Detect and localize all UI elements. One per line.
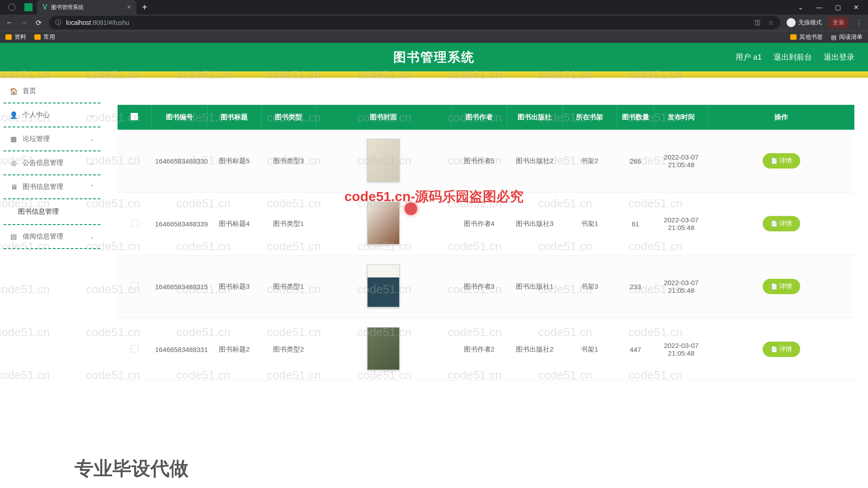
detail-button[interactable]: 详情 (763, 342, 800, 357)
th-op: 操作 (708, 105, 854, 130)
th-title: 图书标题 (207, 105, 261, 130)
notice-icon: ◎ (10, 160, 17, 167)
app-icon (24, 3, 33, 11)
nav-bar: ← → ⟳ ⓘ localhost:8081/#/tushu ⚿ ☆ 无痕模式 … (0, 14, 868, 31)
sidebar-item-book[interactable]: 🖥 图书信息管理 ⌃ (0, 177, 104, 197)
url-host: localhost (66, 19, 91, 26)
table-header-row: 图书编号 图书标题 图书类型 图书封面 图书作者 图书出版社 所在书架 图书数量… (118, 105, 854, 130)
more-menu-icon[interactable]: ⋮ (855, 19, 863, 27)
incognito-indicator: 无痕模式 (787, 18, 822, 27)
chevron-up-icon: ⌃ (90, 184, 94, 190)
minimize-icon[interactable]: ― (816, 4, 822, 11)
sidebar-item-forum[interactable]: ▦ 论坛管理 ⌄ (0, 129, 104, 149)
bookmark-bar: 资料 常用 其他书签 ▤阅读清单 (0, 31, 868, 43)
cell-title: 图书标题4 (207, 192, 261, 255)
table-row: 16466583488315 图书标题3 图书类型1 图书作者3 图书出版社1 … (118, 255, 854, 318)
bookmark-folder[interactable]: 资料 (5, 33, 26, 41)
reload-button[interactable]: ⟳ (34, 19, 42, 27)
row-checkbox[interactable] (131, 282, 138, 290)
sidebar-subitem-book-info[interactable]: 图书信息管理 (0, 201, 104, 222)
incognito-label: 无痕模式 (798, 19, 822, 27)
app-header: 图书管理系统 用户 a1 退出到前台 退出登录 (0, 43, 868, 71)
folder-icon (34, 34, 41, 40)
cell-author: 图书作者3 (451, 255, 507, 318)
detail-button[interactable]: 详情 (763, 153, 800, 169)
detail-button[interactable]: 详情 (763, 279, 800, 294)
chevron-down-icon: ⌄ (90, 160, 94, 166)
app-title: 图书管理系统 (393, 49, 475, 66)
th-publisher: 图书出版社 (507, 105, 562, 130)
star-icon[interactable]: ☆ (768, 19, 774, 26)
sidebar-item-home[interactable]: 🏠 首页 (0, 81, 104, 101)
user-icon: 👤 (10, 112, 17, 119)
cell-qty: 61 (617, 192, 654, 255)
th-date: 发布时间 (654, 105, 708, 130)
cell-date: 2022-03-07 21:05:48 (654, 192, 708, 255)
menu-separator (4, 103, 100, 103)
logout-button[interactable]: 退出登录 (824, 52, 854, 62)
th-shelf: 所在书架 (562, 105, 617, 130)
user-label[interactable]: 用户 a1 (736, 52, 762, 62)
cell-type: 图书类型3 (261, 130, 316, 192)
sidebar-item-personal[interactable]: 👤 个人中心 ⌄ (0, 105, 104, 125)
main-layout: 🏠 首页 👤 个人中心 ⌄ ▦ 论坛管理 ⌄ ◎ 公告信息管理 ⌄ 🖥 图书信息… (0, 78, 868, 488)
tab-bar: V 图书管理系统 × + ⌄ ― ▢ ✕ (0, 0, 868, 14)
menu-separator (4, 174, 100, 175)
home-icon: 🏠 (10, 88, 17, 95)
reading-list[interactable]: ▤阅读清单 (831, 33, 863, 41)
close-tab-icon[interactable]: × (127, 3, 131, 11)
cell-id: 16466583488315 (151, 255, 207, 318)
chevron-down-icon: ⌄ (90, 136, 94, 142)
cursor-highlight (405, 202, 417, 215)
list-icon: ▤ (831, 34, 836, 41)
row-checkbox[interactable] (131, 345, 138, 352)
row-checkbox[interactable] (131, 157, 138, 164)
cell-author: 图书作者2 (451, 318, 507, 381)
cell-publisher: 图书出版社2 (507, 318, 562, 381)
row-checkbox[interactable] (131, 220, 138, 227)
vue-icon: V (42, 3, 47, 11)
browser-tab[interactable]: V 图书管理系统 × (37, 0, 137, 14)
select-all-checkbox[interactable] (131, 113, 138, 120)
cell-shelf: 书架1 (562, 318, 617, 381)
book-table: 图书编号 图书标题 图书类型 图书封面 图书作者 图书出版社 所在书架 图书数量… (118, 105, 854, 381)
sidebar-item-borrow[interactable]: ▤ 借阅信息管理 ⌄ (0, 227, 104, 246)
cell-type: 图书类型1 (261, 255, 316, 318)
book-cover-image (367, 327, 400, 370)
th-qty: 图书数量 (617, 105, 654, 130)
bottom-overlay-text: 专业毕设代做 (75, 456, 189, 481)
to-front-button[interactable]: 退出到前台 (774, 52, 812, 62)
menu-separator (4, 248, 100, 249)
th-id: 图书编号 (151, 105, 207, 130)
forward-button[interactable]: → (20, 19, 28, 27)
key-icon[interactable]: ⚿ (755, 19, 761, 26)
cell-title: 图书标题3 (207, 255, 261, 318)
sidebar: 🏠 首页 👤 个人中心 ⌄ ▦ 论坛管理 ⌄ ◎ 公告信息管理 ⌄ 🖥 图书信息… (0, 78, 104, 488)
book-icon: 🖥 (10, 183, 17, 191)
sidebar-item-notice[interactable]: ◎ 公告信息管理 ⌄ (0, 153, 104, 173)
url-bar[interactable]: ⓘ localhost:8081/#/tushu ⚿ ☆ (49, 16, 780, 29)
folder-icon (790, 34, 797, 40)
url-path: :8081/#/tushu (91, 19, 129, 26)
cell-title: 图书标题5 (207, 130, 261, 192)
close-window-icon[interactable]: ✕ (854, 4, 859, 11)
bookmark-folder[interactable]: 常用 (34, 33, 55, 41)
new-tab-button[interactable]: + (142, 2, 147, 13)
maximize-icon[interactable]: ▢ (835, 4, 841, 11)
content-area: 图书编号 图书标题 图书类型 图书封面 图书作者 图书出版社 所在书架 图书数量… (104, 78, 868, 488)
chevron-down-icon: ⌄ (90, 234, 94, 240)
other-bookmarks[interactable]: 其他书签 (790, 33, 823, 41)
cell-shelf: 书架1 (562, 192, 617, 255)
forum-icon: ▦ (10, 136, 17, 143)
back-button[interactable]: ← (5, 19, 14, 27)
browser-icon (8, 4, 15, 11)
tab-title: 图书管理系统 (51, 4, 84, 11)
update-button[interactable]: 更新 (828, 17, 849, 28)
menu-separator (4, 224, 100, 225)
th-author: 图书作者 (451, 105, 507, 130)
detail-button[interactable]: 详情 (763, 216, 800, 231)
tab-dropdown-icon[interactable]: ⌄ (798, 4, 803, 11)
info-icon[interactable]: ⓘ (55, 19, 61, 27)
cell-id: 16466583488330 (151, 130, 207, 192)
borrow-icon: ▤ (10, 233, 17, 240)
